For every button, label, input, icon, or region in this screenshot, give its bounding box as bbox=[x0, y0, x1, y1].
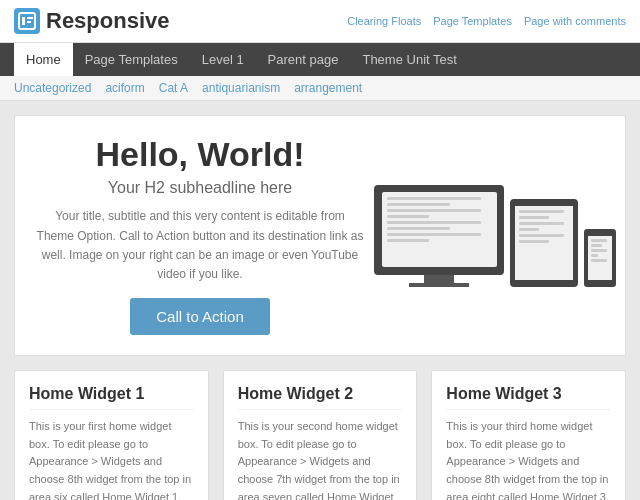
widget-3: Home Widget 3 This is your third home wi… bbox=[431, 370, 626, 500]
svg-rect-1 bbox=[22, 17, 25, 25]
header-link-1[interactable]: Clearing Floats bbox=[347, 15, 421, 27]
devices-illustration bbox=[374, 185, 616, 287]
header-links: Clearing Floats Page Templates Page with… bbox=[347, 15, 626, 27]
nav-item-level1[interactable]: Level 1 bbox=[190, 43, 256, 76]
screen-line bbox=[519, 210, 564, 213]
svg-rect-3 bbox=[27, 21, 31, 23]
widget-2: Home Widget 2 This is your second home w… bbox=[223, 370, 418, 500]
category-links: Uncategorized aciform Cat A antiquariani… bbox=[0, 76, 640, 101]
widget-2-title: Home Widget 2 bbox=[238, 385, 403, 410]
screen-line bbox=[387, 233, 482, 236]
nav-item-theme-unit[interactable]: Theme Unit Test bbox=[350, 43, 468, 76]
tablet-device bbox=[510, 199, 578, 287]
nav-item-parent[interactable]: Parent page bbox=[256, 43, 351, 76]
screen-line bbox=[591, 259, 607, 262]
sublink-arrangement[interactable]: arrangement bbox=[294, 81, 362, 95]
screen-line bbox=[387, 221, 482, 224]
phone-screen bbox=[588, 236, 612, 280]
screen-line bbox=[387, 227, 450, 230]
screen-line bbox=[387, 209, 482, 212]
screen-line bbox=[519, 216, 549, 219]
hero-left: Hello, World! Your H2 subheadline here Y… bbox=[35, 136, 385, 335]
tablet-screen bbox=[515, 206, 573, 280]
logo-area: Responsive bbox=[14, 8, 170, 34]
hero-description: Your title, subtitle and this very conte… bbox=[35, 207, 365, 284]
screen-line bbox=[591, 254, 598, 257]
site-header: Responsive Clearing Floats Page Template… bbox=[0, 0, 640, 43]
widgets-row: Home Widget 1 This is your first home wi… bbox=[14, 370, 626, 500]
header-link-3[interactable]: Page with comments bbox=[524, 15, 626, 27]
hero-title: Hello, World! bbox=[35, 136, 365, 173]
header-link-2[interactable]: Page Templates bbox=[433, 15, 512, 27]
sublink-antiquarianism[interactable]: antiquarianism bbox=[202, 81, 280, 95]
widget-1: Home Widget 1 This is your first home wi… bbox=[14, 370, 209, 500]
nav-item-home[interactable]: Home bbox=[14, 43, 73, 76]
screen-line bbox=[387, 239, 429, 242]
monitor-device bbox=[374, 185, 504, 275]
screen-line bbox=[519, 222, 564, 225]
screen-line bbox=[591, 249, 607, 252]
main-content: Hello, World! Your H2 subheadline here Y… bbox=[0, 101, 640, 500]
screen-line bbox=[591, 239, 607, 242]
sublink-uncategorized[interactable]: Uncategorized bbox=[14, 81, 91, 95]
screen-line bbox=[591, 244, 602, 247]
main-nav: Home Page Templates Level 1 Parent page … bbox=[0, 43, 640, 76]
phone-device bbox=[584, 229, 616, 287]
screen-line bbox=[387, 215, 429, 218]
monitor-base bbox=[409, 283, 469, 287]
screen-line bbox=[519, 240, 549, 243]
hero-subtitle: Your H2 subheadline here bbox=[35, 179, 365, 197]
screen-content bbox=[382, 192, 497, 267]
widget-1-text: This is your first home widget box. To e… bbox=[29, 418, 194, 500]
logo-icon bbox=[14, 8, 40, 34]
logo-svg bbox=[18, 12, 36, 30]
logo-text: Responsive bbox=[46, 8, 170, 34]
screen-line bbox=[387, 203, 450, 206]
screen-line bbox=[519, 228, 539, 231]
hero-section: Hello, World! Your H2 subheadline here Y… bbox=[14, 115, 626, 356]
widget-3-title: Home Widget 3 bbox=[446, 385, 611, 410]
sublink-cata[interactable]: Cat A bbox=[159, 81, 188, 95]
cta-button[interactable]: Call to Action bbox=[130, 298, 270, 335]
screen-line bbox=[387, 197, 482, 200]
widget-2-text: This is your second home widget box. To … bbox=[238, 418, 403, 500]
widget-1-title: Home Widget 1 bbox=[29, 385, 194, 410]
monitor-screen bbox=[382, 192, 497, 267]
hero-image bbox=[385, 136, 605, 335]
monitor-stand bbox=[424, 275, 454, 283]
svg-rect-2 bbox=[27, 17, 33, 19]
screen-line bbox=[519, 234, 564, 237]
sublink-aciform[interactable]: aciform bbox=[105, 81, 144, 95]
nav-item-page-templates[interactable]: Page Templates bbox=[73, 43, 190, 76]
widget-3-text: This is your third home widget box. To e… bbox=[446, 418, 611, 500]
